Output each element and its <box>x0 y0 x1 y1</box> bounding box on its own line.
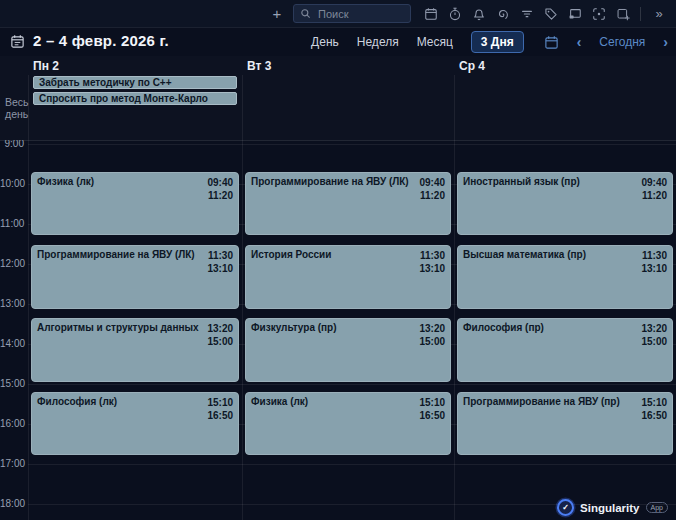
calendar-header: 2 – 4 февр. 2026 г. День Неделя Месяц 3 … <box>0 28 676 56</box>
event-title: Иностранный язык (пр) <box>463 176 637 188</box>
add-icon[interactable]: + <box>270 6 284 21</box>
mini-calendar-icon[interactable] <box>544 35 559 50</box>
event-time: 15:1016:50 <box>207 396 233 422</box>
event-card[interactable]: Высшая математика (пр)11:3013:10 <box>457 245 673 309</box>
event-card[interactable]: Программирование на ЯВУ (пр)15:1016:50 <box>457 392 673 456</box>
time-grid: 9:0010:0011:0012:0013:0014:0015:0016:001… <box>0 140 676 520</box>
workspace-icon[interactable] <box>567 6 582 21</box>
day-header[interactable]: Пн 2 <box>33 59 59 73</box>
hour-gridline <box>28 464 676 465</box>
hour-label: 18:00 <box>0 498 24 509</box>
event-card[interactable]: Программирование на ЯВУ (ЛК)11:3013:10 <box>31 245 239 309</box>
tab-month[interactable]: Месяц <box>417 35 453 49</box>
event-title: Алгоритмы и структуры данных <box>37 322 203 334</box>
event-title: Физкультура (пр) <box>251 322 415 334</box>
spiral-icon[interactable] <box>495 6 510 21</box>
all-day-label: Весь день <box>5 96 35 120</box>
tab-3days[interactable]: 3 Дня <box>471 31 524 53</box>
search-box[interactable] <box>293 4 411 23</box>
tab-week[interactable]: Неделя <box>357 35 399 49</box>
next-chevron-icon[interactable]: › <box>663 35 668 49</box>
day-header[interactable]: Вт 3 <box>247 59 271 73</box>
event-card[interactable]: История России11:3013:10 <box>245 245 451 309</box>
event-title: Программирование на ЯВУ (ЛК) <box>251 176 415 188</box>
hour-gridline <box>28 384 676 385</box>
all-day-event[interactable]: Спросить про метод Монте-Карло <box>33 92 237 105</box>
event-title: Философия (пр) <box>463 322 637 334</box>
focus-icon[interactable] <box>591 6 606 21</box>
event-title: Физика (лк) <box>37 176 203 188</box>
toolbar-divider <box>640 7 641 21</box>
more-chevrons-icon[interactable]: » <box>651 6 666 21</box>
prev-chevron-icon[interactable]: ‹ <box>577 35 582 49</box>
hour-label: 16:00 <box>0 418 24 429</box>
event-title: Высшая математика (пр) <box>463 249 637 261</box>
hour-label: 15:00 <box>0 378 24 389</box>
event-time: 15:1016:50 <box>419 396 445 422</box>
day-header[interactable]: Ср 4 <box>459 59 485 73</box>
search-icon <box>300 8 311 19</box>
event-card[interactable]: Физика (лк)09:4011:20 <box>31 172 239 236</box>
event-card[interactable]: Физика (лк)15:1016:50 <box>245 392 451 456</box>
hour-gridline <box>28 144 676 145</box>
event-time: 09:4011:20 <box>419 176 445 202</box>
calendar-icon[interactable] <box>423 6 438 21</box>
singularity-branding[interactable]: ✓ Singularity App <box>557 499 668 516</box>
event-card[interactable]: Алгоритмы и структуры данных13:2015:00 <box>31 318 239 382</box>
date-calendar-icon <box>10 34 25 49</box>
toolbar: + » <box>0 0 676 28</box>
event-title: Программирование на ЯВУ (ЛК) <box>37 249 203 261</box>
event-title: Программирование на ЯВУ (пр) <box>463 396 637 408</box>
event-title: Физика (лк) <box>251 396 415 408</box>
event-time: 09:4011:20 <box>207 176 233 202</box>
hour-label: 11:00 <box>0 218 24 229</box>
hour-label: 9:00 <box>0 140 24 149</box>
event-time: 13:2015:00 <box>641 322 667 348</box>
event-card[interactable]: Философия (пр)13:2015:00 <box>457 318 673 382</box>
hour-label: 17:00 <box>0 458 24 469</box>
filter-icon[interactable] <box>519 6 534 21</box>
singularity-name: Singularity <box>580 502 639 514</box>
tab-day[interactable]: День <box>311 35 339 49</box>
event-time: 13:2015:00 <box>207 322 233 348</box>
hour-label: 13:00 <box>0 298 24 309</box>
page-title: 2 – 4 февр. 2026 г. <box>33 32 169 49</box>
app-badge: App <box>646 502 668 513</box>
event-card[interactable]: Программирование на ЯВУ (ЛК)09:4011:20 <box>245 172 451 236</box>
event-time: 11:3013:10 <box>641 249 667 275</box>
view-switcher: День Неделя Месяц 3 Дня ‹ Сегодня › <box>311 28 668 56</box>
event-time: 13:2015:00 <box>419 322 445 348</box>
calendar-app: + » <box>0 0 676 520</box>
event-card[interactable]: Философия (лк)15:1016:50 <box>31 392 239 456</box>
event-time: 15:1016:50 <box>641 396 667 422</box>
hour-label: 12:00 <box>0 258 24 269</box>
event-time: 09:4011:20 <box>641 176 667 202</box>
event-card[interactable]: Физкультура (пр)13:2015:00 <box>245 318 451 382</box>
event-title: История России <box>251 249 415 261</box>
event-title: Философия (лк) <box>37 396 203 408</box>
event-time: 11:3013:10 <box>419 249 445 275</box>
tag-icon[interactable] <box>543 6 558 21</box>
timer-icon[interactable] <box>447 6 462 21</box>
add-window-icon[interactable] <box>615 6 630 21</box>
event-time: 11:3013:10 <box>207 249 233 275</box>
search-input[interactable] <box>316 7 404 21</box>
singularity-logo-icon: ✓ <box>557 499 574 516</box>
hour-label: 14:00 <box>0 338 24 349</box>
bell-icon[interactable] <box>471 6 486 21</box>
hour-label: 10:00 <box>0 178 24 189</box>
today-button[interactable]: Сегодня <box>599 35 645 49</box>
event-card[interactable]: Иностранный язык (пр)09:4011:20 <box>457 172 673 236</box>
all-day-event[interactable]: Забрать методичку по C++ <box>33 76 237 89</box>
